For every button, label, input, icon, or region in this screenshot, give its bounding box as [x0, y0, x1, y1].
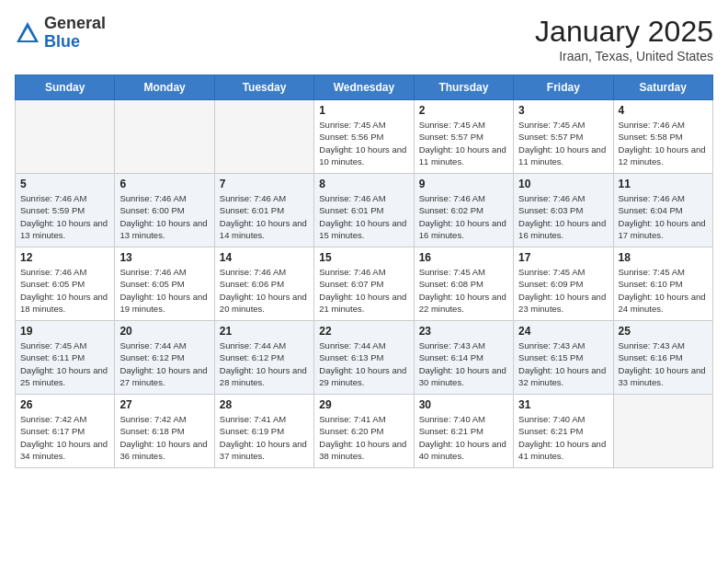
calendar-cell: 9Sunrise: 7:46 AMSunset: 6:02 PMDaylight…: [414, 174, 513, 247]
calendar-week-2: 5Sunrise: 7:46 AMSunset: 5:59 PMDaylight…: [16, 174, 713, 247]
calendar-cell: 13Sunrise: 7:46 AMSunset: 6:05 PMDayligh…: [115, 247, 214, 321]
day-number: 8: [319, 178, 408, 190]
calendar-cell: 23Sunrise: 7:43 AMSunset: 6:14 PMDayligh…: [414, 321, 513, 395]
calendar-cell: 6Sunrise: 7:46 AMSunset: 6:00 PMDaylight…: [115, 174, 214, 247]
day-number: 7: [220, 178, 309, 190]
calendar-cell: [214, 100, 313, 174]
day-number: 18: [619, 251, 708, 264]
day-info: Sunrise: 7:46 AMSunset: 6:05 PMDaylight:…: [20, 266, 109, 315]
day-info: Sunrise: 7:46 AMSunset: 5:58 PMDaylight:…: [619, 119, 708, 167]
calendar-cell: 17Sunrise: 7:45 AMSunset: 6:09 PMDayligh…: [514, 247, 613, 321]
day-number: 1: [319, 104, 408, 117]
day-info: Sunrise: 7:43 AMSunset: 6:15 PMDaylight:…: [518, 339, 608, 388]
day-info: Sunrise: 7:43 AMSunset: 6:16 PMDaylight:…: [619, 339, 708, 388]
day-info: Sunrise: 7:46 AMSunset: 6:07 PMDaylight:…: [319, 266, 408, 315]
day-number: 27: [119, 398, 209, 411]
day-info: Sunrise: 7:46 AMSunset: 6:00 PMDaylight:…: [119, 192, 209, 241]
day-number: 31: [518, 398, 608, 411]
calendar-cell: 22Sunrise: 7:44 AMSunset: 6:13 PMDayligh…: [314, 321, 414, 395]
day-info: Sunrise: 7:44 AMSunset: 6:13 PMDaylight:…: [319, 339, 408, 388]
calendar-cell: 12Sunrise: 7:46 AMSunset: 6:05 PMDayligh…: [16, 247, 115, 321]
calendar-cell: 30Sunrise: 7:40 AMSunset: 6:21 PMDayligh…: [414, 395, 513, 468]
calendar-cell: 8Sunrise: 7:46 AMSunset: 6:01 PMDaylight…: [314, 174, 414, 247]
calendar-cell: 31Sunrise: 7:40 AMSunset: 6:21 PMDayligh…: [514, 395, 613, 468]
calendar-cell: [16, 100, 115, 174]
calendar-cell: 1Sunrise: 7:45 AMSunset: 5:56 PMDaylight…: [314, 100, 414, 174]
day-info: Sunrise: 7:46 AMSunset: 6:03 PMDaylight:…: [518, 192, 608, 241]
calendar-cell: 24Sunrise: 7:43 AMSunset: 6:15 PMDayligh…: [514, 321, 613, 395]
day-info: Sunrise: 7:45 AMSunset: 6:10 PMDaylight:…: [619, 266, 708, 315]
location: Iraan, Texas, United States: [535, 49, 713, 63]
calendar-cell: [613, 395, 712, 468]
calendar-cell: 16Sunrise: 7:45 AMSunset: 6:08 PMDayligh…: [414, 247, 513, 321]
calendar-cell: 28Sunrise: 7:41 AMSunset: 6:19 PMDayligh…: [214, 395, 313, 468]
day-info: Sunrise: 7:45 AMSunset: 6:08 PMDaylight:…: [419, 266, 508, 315]
calendar-cell: [115, 100, 214, 174]
day-number: 10: [518, 178, 608, 190]
calendar-cell: 4Sunrise: 7:46 AMSunset: 5:58 PMDaylight…: [613, 100, 712, 174]
day-info: Sunrise: 7:42 AMSunset: 6:17 PMDaylight:…: [20, 413, 109, 462]
day-info: Sunrise: 7:41 AMSunset: 6:20 PMDaylight:…: [319, 413, 408, 462]
day-info: Sunrise: 7:45 AMSunset: 5:56 PMDaylight:…: [319, 119, 408, 167]
calendar-week-4: 19Sunrise: 7:45 AMSunset: 6:11 PMDayligh…: [16, 321, 713, 395]
calendar-cell: 3Sunrise: 7:45 AMSunset: 5:57 PMDaylight…: [514, 100, 613, 174]
day-number: 15: [319, 251, 408, 264]
day-number: 12: [20, 251, 109, 264]
weekday-header-friday: Friday: [514, 75, 613, 100]
weekday-header-sunday: Sunday: [16, 75, 115, 100]
day-number: 28: [220, 398, 309, 411]
day-number: 13: [119, 251, 209, 264]
day-info: Sunrise: 7:42 AMSunset: 6:18 PMDaylight:…: [119, 413, 209, 462]
day-number: 19: [20, 325, 109, 338]
title-block: January 2025 Iraan, Texas, United States: [535, 15, 713, 63]
month-title: January 2025: [535, 15, 713, 49]
day-info: Sunrise: 7:46 AMSunset: 6:01 PMDaylight:…: [319, 192, 408, 241]
calendar-cell: 2Sunrise: 7:45 AMSunset: 5:57 PMDaylight…: [414, 100, 513, 174]
day-number: 2: [419, 104, 508, 117]
day-number: 9: [419, 178, 508, 190]
day-number: 3: [518, 104, 608, 117]
day-number: 21: [220, 325, 309, 338]
day-number: 26: [20, 398, 109, 411]
day-info: Sunrise: 7:45 AMSunset: 6:09 PMDaylight:…: [518, 266, 608, 315]
day-number: 14: [220, 251, 309, 264]
day-info: Sunrise: 7:45 AMSunset: 5:57 PMDaylight:…: [419, 119, 508, 167]
weekday-header-saturday: Saturday: [613, 75, 712, 100]
day-info: Sunrise: 7:41 AMSunset: 6:19 PMDaylight:…: [220, 413, 309, 462]
logo-icon: [15, 20, 40, 46]
calendar-cell: 25Sunrise: 7:43 AMSunset: 6:16 PMDayligh…: [613, 321, 712, 395]
calendar-cell: 15Sunrise: 7:46 AMSunset: 6:07 PMDayligh…: [314, 247, 414, 321]
day-number: 6: [119, 178, 209, 190]
day-info: Sunrise: 7:40 AMSunset: 6:21 PMDaylight:…: [419, 413, 508, 462]
day-info: Sunrise: 7:40 AMSunset: 6:21 PMDaylight:…: [518, 413, 608, 462]
logo: General Blue: [15, 15, 106, 52]
weekday-header-tuesday: Tuesday: [214, 75, 313, 100]
weekday-header-wednesday: Wednesday: [314, 75, 414, 100]
calendar-week-1: 1Sunrise: 7:45 AMSunset: 5:56 PMDaylight…: [16, 100, 713, 174]
day-info: Sunrise: 7:45 AMSunset: 5:57 PMDaylight:…: [518, 119, 608, 167]
calendar-week-3: 12Sunrise: 7:46 AMSunset: 6:05 PMDayligh…: [16, 247, 713, 321]
day-number: 29: [319, 398, 408, 411]
logo-text: General Blue: [44, 15, 106, 52]
day-number: 22: [319, 325, 408, 338]
calendar-cell: 7Sunrise: 7:46 AMSunset: 6:01 PMDaylight…: [214, 174, 313, 247]
calendar-cell: 29Sunrise: 7:41 AMSunset: 6:20 PMDayligh…: [314, 395, 414, 468]
day-number: 20: [119, 325, 209, 338]
day-info: Sunrise: 7:45 AMSunset: 6:11 PMDaylight:…: [20, 339, 109, 388]
day-number: 16: [419, 251, 508, 264]
calendar-cell: 21Sunrise: 7:44 AMSunset: 6:12 PMDayligh…: [214, 321, 313, 395]
calendar-cell: 5Sunrise: 7:46 AMSunset: 5:59 PMDaylight…: [16, 174, 115, 247]
day-info: Sunrise: 7:46 AMSunset: 6:01 PMDaylight:…: [220, 192, 309, 241]
calendar-cell: 26Sunrise: 7:42 AMSunset: 6:17 PMDayligh…: [16, 395, 115, 468]
day-info: Sunrise: 7:46 AMSunset: 6:05 PMDaylight:…: [119, 266, 209, 315]
day-info: Sunrise: 7:46 AMSunset: 6:04 PMDaylight:…: [619, 192, 708, 241]
calendar-cell: 27Sunrise: 7:42 AMSunset: 6:18 PMDayligh…: [115, 395, 214, 468]
day-info: Sunrise: 7:44 AMSunset: 6:12 PMDaylight:…: [220, 339, 309, 388]
day-number: 30: [419, 398, 508, 411]
day-number: 24: [518, 325, 608, 338]
day-number: 17: [518, 251, 608, 264]
day-info: Sunrise: 7:46 AMSunset: 6:02 PMDaylight:…: [419, 192, 508, 241]
day-number: 23: [419, 325, 508, 338]
day-info: Sunrise: 7:43 AMSunset: 6:14 PMDaylight:…: [419, 339, 508, 388]
day-number: 25: [619, 325, 708, 338]
